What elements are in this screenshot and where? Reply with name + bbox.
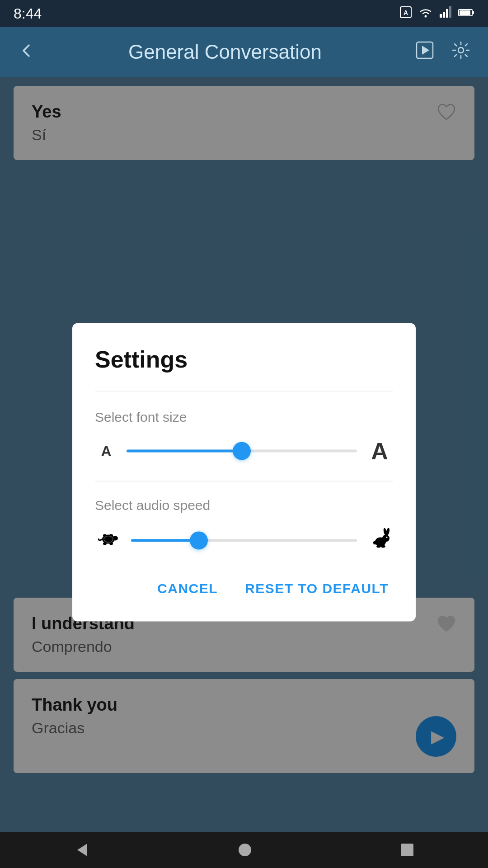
svg-point-29: [239, 844, 251, 856]
play-icon[interactable]: [416, 41, 434, 63]
audio-speed-slider[interactable]: [131, 534, 357, 547]
svg-point-26: [381, 545, 385, 548]
back-button[interactable]: [18, 41, 34, 63]
text-icon: A: [399, 6, 412, 21]
battery-icon: [458, 7, 474, 20]
dialog-divider-1: [95, 391, 393, 392]
bottom-nav: [0, 832, 488, 868]
svg-rect-9: [460, 10, 470, 15]
page-title: General Conversation: [128, 41, 322, 63]
svg-point-15: [103, 542, 107, 545]
font-size-slider[interactable]: [127, 444, 357, 458]
font-small-label: A: [95, 443, 117, 459]
nav-back-button[interactable]: [74, 842, 90, 858]
rabbit-icon: [366, 526, 393, 556]
status-bar: 8:44 A: [0, 0, 488, 27]
svg-point-14: [113, 536, 118, 541]
svg-rect-6: [449, 6, 451, 18]
turtle-icon: [95, 526, 122, 556]
cancel-button[interactable]: CANCEL: [153, 574, 222, 604]
svg-rect-3: [440, 14, 442, 18]
audio-speed-label: Select audio speed: [95, 498, 393, 513]
font-size-label: Select font size: [95, 410, 393, 425]
dialog-title: Settings: [95, 346, 393, 373]
svg-marker-28: [77, 844, 87, 856]
svg-marker-11: [422, 46, 429, 55]
font-size-slider-row: A A: [95, 438, 393, 465]
nav-recents-button[interactable]: [400, 843, 414, 857]
status-time: 8:44: [14, 5, 42, 22]
svg-point-16: [109, 542, 113, 545]
dialog-divider-2: [95, 481, 393, 481]
font-slider-thumb[interactable]: [233, 442, 251, 460]
svg-rect-30: [401, 844, 413, 856]
font-large-label: A: [366, 438, 393, 465]
svg-point-24: [373, 541, 377, 545]
nav-bar: General Conversation: [0, 27, 488, 77]
nav-action-icons: [416, 41, 470, 63]
svg-rect-5: [446, 9, 448, 18]
reset-to-default-button[interactable]: RESET TO DEFAULT: [240, 574, 393, 604]
svg-rect-8: [472, 11, 474, 14]
status-icons: A: [399, 6, 474, 21]
svg-point-21: [382, 535, 389, 542]
audio-slider-track: [131, 539, 357, 542]
svg-rect-4: [443, 12, 445, 18]
settings-icon[interactable]: [452, 41, 470, 63]
svg-point-25: [376, 545, 381, 548]
font-slider-fill: [127, 450, 242, 453]
dialog-buttons: CANCEL RESET TO DEFAULT: [95, 574, 393, 604]
audio-slider-thumb[interactable]: [190, 532, 208, 550]
audio-speed-slider-row: [95, 526, 393, 556]
settings-dialog: Settings Select font size A A Select aud…: [72, 323, 416, 622]
wifi-icon: [418, 6, 433, 21]
main-content: Yes Sí Settings Select font size A A: [0, 77, 488, 832]
svg-point-27: [386, 537, 388, 538]
signal-icon: [439, 6, 452, 21]
font-slider-track: [127, 450, 357, 453]
audio-slider-fill: [131, 539, 199, 542]
svg-point-12: [458, 47, 464, 53]
svg-point-2: [425, 15, 427, 18]
nav-home-button[interactable]: [237, 842, 253, 858]
svg-text:A: A: [404, 9, 408, 16]
